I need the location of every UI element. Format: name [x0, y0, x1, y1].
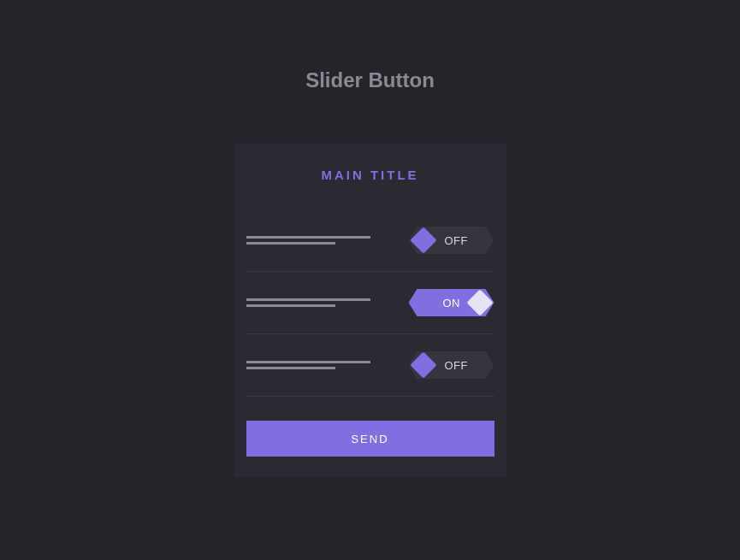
card-title: MAIN TITLE — [246, 168, 494, 182]
placeholder-lines — [246, 361, 370, 369]
placeholder-line — [246, 298, 370, 301]
toggle-1[interactable]: ON — [409, 289, 494, 316]
toggle-0[interactable]: OFF — [409, 227, 494, 254]
placeholder-line — [246, 242, 335, 245]
toggle-2[interactable]: OFF — [409, 351, 494, 379]
placeholder-line — [246, 236, 370, 239]
option-row-1: ON — [246, 272, 494, 334]
toggle-label: OFF — [445, 359, 469, 372]
option-row-2: OFF — [246, 334, 494, 397]
toggle-label: ON — [443, 297, 461, 309]
placeholder-line — [246, 361, 370, 363]
option-row-0: OFF — [246, 209, 494, 272]
placeholder-line — [246, 367, 335, 369]
placeholder-lines — [246, 298, 370, 307]
placeholder-lines — [246, 236, 370, 245]
toggle-knob-icon — [410, 227, 436, 253]
send-button[interactable]: SEND — [246, 421, 494, 457]
toggle-knob-icon — [466, 289, 493, 315]
placeholder-line — [246, 304, 335, 307]
page-title: Slider Button — [0, 68, 740, 92]
form-card: MAIN TITLE OFF ON OFF SEND — [234, 144, 506, 477]
toggle-label: OFF — [445, 234, 469, 247]
toggle-knob-icon — [410, 351, 436, 378]
